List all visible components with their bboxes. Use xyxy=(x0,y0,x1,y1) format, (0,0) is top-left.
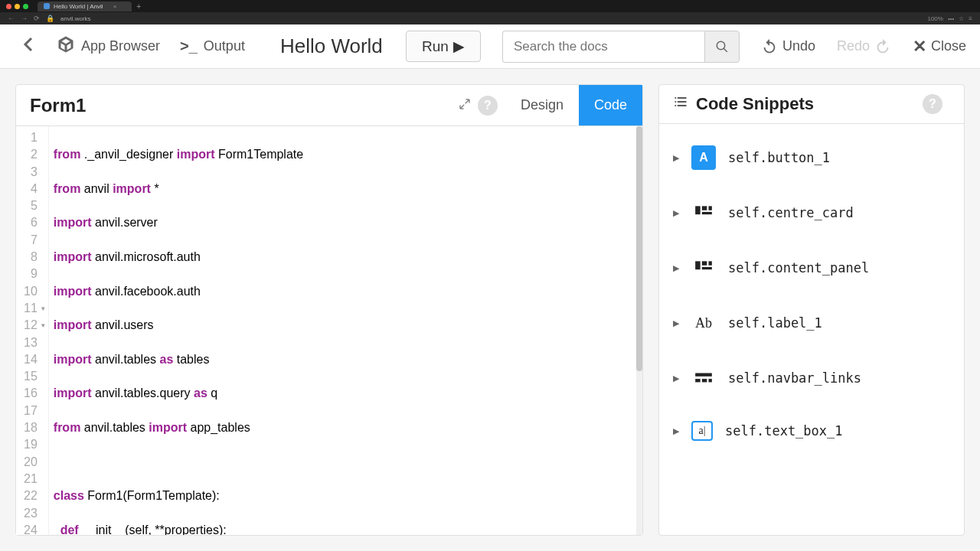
window-controls[interactable] xyxy=(6,4,28,9)
terminal-icon: >_ xyxy=(180,37,198,55)
tab-code[interactable]: Code xyxy=(579,85,642,126)
snippet-label: self.navbar_links xyxy=(728,370,861,386)
svg-rect-13 xyxy=(709,379,712,382)
chevron-right-icon: ▶ xyxy=(673,153,679,163)
svg-rect-9 xyxy=(709,261,712,265)
code-editor[interactable]: 12345 678910 11▾12▾131415 1617181920 212… xyxy=(16,126,642,535)
line-gutter: 12345 678910 11▾12▾131415 1617181920 212… xyxy=(16,126,49,535)
help-icon[interactable]: ? xyxy=(478,96,498,116)
run-button[interactable]: Run ▶ xyxy=(406,31,481,62)
label-component-icon: Ab xyxy=(691,311,716,335)
redo-label: Redo xyxy=(837,38,870,54)
panel-component-icon xyxy=(691,256,716,280)
panel-component-icon xyxy=(691,201,716,225)
close-button[interactable]: ✕ Close xyxy=(913,37,966,57)
chevron-right-icon: ▶ xyxy=(673,318,679,328)
svg-rect-11 xyxy=(695,379,701,382)
zoom-label: 100% xyxy=(927,15,942,22)
close-window-icon[interactable] xyxy=(6,4,11,9)
svg-rect-8 xyxy=(702,267,712,269)
code-content[interactable]: from ._anvil_designer import Form1Templa… xyxy=(49,126,642,535)
forward-icon[interactable]: → xyxy=(21,15,28,22)
browser-tab-bar: Hello World | Anvil × + xyxy=(0,0,980,12)
output-label: Output xyxy=(204,38,245,54)
textbox-component-icon: a| xyxy=(691,421,713,441)
editor-header: Form1 ? Design Code xyxy=(16,85,642,126)
menu-icon[interactable]: ••• xyxy=(948,15,954,22)
back-button[interactable] xyxy=(14,31,44,62)
snippet-label: self.content_panel xyxy=(728,260,869,276)
editor-scrollbar[interactable] xyxy=(636,126,642,535)
address-bar: ← → ⟳ 🔒 anvil.works 100% ••• ☆ ≡ xyxy=(0,12,980,24)
svg-rect-12 xyxy=(702,379,707,382)
editor-tabs: Design Code xyxy=(505,85,642,126)
maximize-window-icon[interactable] xyxy=(23,4,28,9)
snippets-list: ▶ A self.button_1 ▶ self.centre_card ▶ s… xyxy=(659,124,964,462)
close-label: Close xyxy=(931,38,966,54)
snippet-label-1[interactable]: ▶ Ab self.label_1 xyxy=(659,295,964,350)
redo-icon xyxy=(874,38,891,55)
list-icon xyxy=(673,94,688,114)
snippet-label: self.button_1 xyxy=(728,150,830,165)
expand-icon[interactable] xyxy=(452,91,478,120)
url-field[interactable]: anvil.works xyxy=(60,15,921,22)
close-icon: ✕ xyxy=(913,37,926,57)
svg-rect-2 xyxy=(695,206,701,214)
chevron-left-icon xyxy=(20,35,38,57)
svg-line-1 xyxy=(724,48,727,52)
app-title: Hello World xyxy=(280,34,383,58)
svg-rect-7 xyxy=(702,261,707,265)
undo-button[interactable]: Undo xyxy=(761,38,815,55)
chevron-right-icon: ▶ xyxy=(673,426,679,436)
main-content: Form1 ? Design Code 12345 678910 11▾12▾1… xyxy=(0,69,980,551)
chevron-right-icon: ▶ xyxy=(673,263,679,273)
svg-rect-6 xyxy=(695,261,701,269)
star-icon[interactable]: ☆ xyxy=(959,15,964,22)
snippets-panel: Code Snippets ? ▶ A self.button_1 ▶ self… xyxy=(658,84,965,536)
svg-rect-5 xyxy=(709,206,712,210)
svg-rect-3 xyxy=(702,206,707,210)
snippet-label: self.text_box_1 xyxy=(725,423,843,439)
close-tab-icon[interactable]: × xyxy=(113,3,117,10)
output-button[interactable]: >_ Output xyxy=(172,33,253,60)
editor-panel: Form1 ? Design Code 12345 678910 11▾12▾1… xyxy=(15,84,643,536)
snippet-label: self.label_1 xyxy=(728,315,822,331)
snippets-help-icon[interactable]: ? xyxy=(923,94,942,114)
snippet-centre-card[interactable]: ▶ self.centre_card xyxy=(659,185,964,240)
browser-tab[interactable]: Hello World | Anvil × xyxy=(38,2,132,11)
search-button[interactable] xyxy=(704,31,740,63)
button-component-icon: A xyxy=(691,145,716,170)
snippet-label: self.centre_card xyxy=(728,205,854,220)
snippets-header: Code Snippets ? xyxy=(659,85,964,124)
undo-label: Undo xyxy=(782,38,815,54)
favicon-icon xyxy=(44,3,50,9)
svg-rect-10 xyxy=(695,373,712,377)
form-title: Form1 xyxy=(16,86,452,126)
hamburger-icon[interactable]: ≡ xyxy=(969,15,972,22)
app-browser-button[interactable]: App Browser xyxy=(49,31,168,62)
back-icon[interactable]: ← xyxy=(8,15,15,22)
snippet-text-box-1[interactable]: ▶ a| self.text_box_1 xyxy=(659,406,964,456)
search-input[interactable] xyxy=(502,31,704,63)
chevron-right-icon: ▶ xyxy=(673,373,679,383)
navbar-component-icon xyxy=(691,366,716,390)
new-tab-button[interactable]: + xyxy=(136,2,141,11)
search-icon xyxy=(715,40,729,54)
minimize-window-icon[interactable] xyxy=(15,4,20,9)
snippet-button-1[interactable]: ▶ A self.button_1 xyxy=(659,130,964,185)
play-icon: ▶ xyxy=(453,37,465,55)
cube-icon xyxy=(57,35,75,57)
tab-design[interactable]: Design xyxy=(505,85,579,126)
chevron-right-icon: ▶ xyxy=(673,208,679,218)
reload-icon[interactable]: ⟳ xyxy=(34,15,40,22)
run-label: Run xyxy=(422,38,449,55)
app-toolbar: App Browser >_ Output Hello World Run ▶ … xyxy=(0,24,980,69)
snippet-content-panel[interactable]: ▶ self.content_panel xyxy=(659,240,964,295)
docs-search xyxy=(502,31,740,63)
redo-button: Redo xyxy=(837,38,891,55)
snippets-title: Code Snippets xyxy=(696,94,814,114)
snippet-navbar-links[interactable]: ▶ self.navbar_links xyxy=(659,350,964,406)
undo-icon xyxy=(761,38,778,55)
app-browser-label: App Browser xyxy=(81,38,160,54)
svg-rect-4 xyxy=(702,212,712,214)
